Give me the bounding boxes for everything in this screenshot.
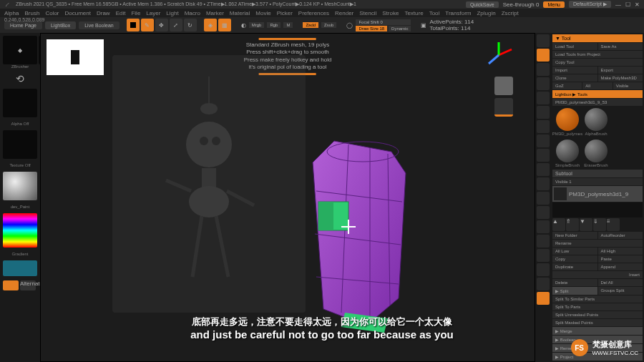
menu-stencil[interactable]: Stencil: [359, 10, 376, 16]
bpr-button[interactable]: [537, 49, 550, 62]
local-button[interactable]: [537, 120, 550, 133]
menu-material[interactable]: Material: [230, 10, 250, 16]
list-all-icon[interactable]: ≡: [607, 218, 620, 231]
menu-layer[interactable]: Layer: [146, 10, 160, 16]
split-header[interactable]: ▶ Split: [552, 287, 597, 295]
move-view-icon[interactable]: [537, 177, 550, 190]
clone-button[interactable]: Clone: [552, 74, 597, 82]
floor-grid-icon[interactable]: [494, 98, 513, 117]
menu-stroke[interactable]: Stroke: [382, 10, 399, 16]
import-button[interactable]: Import: [552, 67, 597, 74]
gradient-label[interactable]: Gradient: [3, 252, 37, 256]
insert-button[interactable]: Insert: [552, 271, 643, 278]
dynamic-toggle[interactable]: Dynamic: [389, 26, 411, 31]
menu-marker[interactable]: Marker: [206, 10, 224, 16]
he-button[interactable]: [537, 77, 550, 90]
subtool-item-1[interactable]: PM3D_polymesh3d1_9: [552, 186, 643, 202]
aaht-button[interactable]: [537, 63, 550, 76]
tab-boolean[interactable]: Live Boolean: [79, 21, 119, 29]
lock-icon[interactable]: [537, 134, 550, 147]
active-mesh[interactable]: [291, 134, 434, 334]
tool-panel-header[interactable]: ▼ Tool: [552, 34, 643, 42]
save-as-button[interactable]: Save As: [598, 43, 643, 50]
alternate-button[interactable]: Alternate: [20, 280, 36, 290]
seethrough-slider[interactable]: See-through 0: [503, 1, 540, 8]
delete-all-button[interactable]: Del All: [598, 279, 643, 286]
floor-button[interactable]: [537, 106, 550, 119]
new-folder-button[interactable]: New Folder: [552, 232, 597, 239]
menu-button[interactable]: Menu: [543, 1, 565, 8]
make-polymesh-button[interactable]: Make PolyMesh3D: [598, 74, 643, 82]
tool-thumb-4[interactable]: [585, 140, 608, 162]
menu-picker[interactable]: Picker: [277, 10, 293, 16]
edit-icon[interactable]: [127, 19, 140, 31]
all-button[interactable]: All: [582, 82, 612, 89]
scale-view-icon[interactable]: [537, 163, 550, 176]
draw-icon[interactable]: ✎: [141, 19, 154, 31]
arrow-up-icon[interactable]: ▲: [552, 218, 565, 231]
menu-document[interactable]: Document: [65, 10, 91, 16]
sculptris-icon[interactable]: ▦: [218, 19, 231, 31]
delete-button[interactable]: Delete: [552, 279, 597, 286]
tab-homepage[interactable]: Home Page: [4, 21, 42, 29]
mrgb-toggle[interactable]: Mrgb: [249, 22, 265, 28]
frame-button[interactable]: [537, 149, 550, 162]
menu-preferences[interactable]: Preferences: [298, 10, 329, 16]
split-similar-button[interactable]: Split To Similar Parts: [552, 295, 643, 303]
autoreorder-button[interactable]: AutoReorder: [598, 232, 643, 239]
append-button[interactable]: Append: [598, 263, 643, 270]
subtool-header[interactable]: Subtool: [552, 170, 643, 177]
color-picker[interactable]: [3, 213, 37, 248]
material-slot[interactable]: [3, 172, 37, 200]
m-toggle[interactable]: M: [283, 22, 293, 28]
lightbox-tools-button[interactable]: Lightbox ▶ Tools: [552, 90, 643, 98]
split-parts-button[interactable]: Split To Parts: [552, 303, 643, 310]
menu-zscript[interactable]: Zscript: [502, 10, 519, 16]
quicksave-button[interactable]: QuickSave: [466, 1, 499, 8]
menu-tool[interactable]: Tool: [429, 10, 440, 16]
move-down-icon[interactable]: ⇓: [593, 218, 606, 231]
zoom-view-icon[interactable]: [537, 192, 550, 205]
xpose-button[interactable]: [537, 278, 550, 290]
menu-texture[interactable]: Texture: [404, 10, 423, 16]
menu-light[interactable]: Light: [166, 10, 178, 16]
scale-icon[interactable]: ⤢: [170, 19, 182, 31]
tool-thumb-3[interactable]: [556, 140, 579, 162]
groups-split-button[interactable]: Groups Split: [598, 287, 643, 295]
menu-transform[interactable]: Transform: [445, 10, 471, 16]
projection-button[interactable]: [537, 34, 550, 47]
menu-draw[interactable]: Draw: [97, 10, 110, 16]
merge-header[interactable]: ▶ Merge: [552, 327, 643, 335]
rename-button[interactable]: Rename: [552, 240, 643, 247]
all-low-button[interactable]: All Low: [552, 248, 597, 255]
split-unmasked-button[interactable]: Split Unmasked Points: [552, 311, 643, 318]
duplicate-button[interactable]: Duplicate: [552, 263, 597, 270]
tab-lightbox[interactable]: LightBox: [45, 21, 76, 29]
menu-movie[interactable]: Movie: [255, 10, 270, 16]
load-project-button[interactable]: Load Tools from Project: [552, 51, 643, 58]
visible-button[interactable]: Visible: [613, 82, 643, 89]
all-high-button[interactable]: All High: [598, 248, 643, 255]
zbrusher-thumb[interactable]: ◆: [3, 36, 37, 64]
canvas-viewport[interactable]: Standard ZBrush mesh, 19 polys Press shi…: [40, 33, 535, 362]
polyframe-icon[interactable]: [537, 220, 550, 233]
main-color-swatch[interactable]: [3, 260, 37, 276]
alpha-slot[interactable]: [3, 89, 37, 117]
maximize-icon[interactable]: ☐: [625, 1, 630, 8]
persp-button[interactable]: [537, 92, 550, 104]
zsub-toggle[interactable]: Zsub: [321, 22, 336, 28]
rotate-icon[interactable]: ↻: [184, 19, 197, 31]
solo-button[interactable]: [537, 263, 550, 276]
menu-color[interactable]: Color: [45, 10, 59, 16]
copy-tool-button[interactable]: Copy Tool: [552, 59, 643, 66]
menu-edit[interactable]: Edit: [116, 10, 126, 16]
menu-macro[interactable]: Macro: [185, 10, 200, 16]
tool-thumb-1[interactable]: [556, 108, 579, 131]
transp-button[interactable]: [537, 235, 550, 248]
paste-sub-button[interactable]: Paste: [598, 255, 643, 263]
move-icon[interactable]: ✥: [155, 19, 168, 31]
axis-gizmo[interactable]: [484, 41, 513, 69]
rotate-view-icon[interactable]: [537, 206, 550, 219]
export-button[interactable]: Export: [598, 67, 643, 74]
ghost-icon[interactable]: [537, 249, 550, 262]
